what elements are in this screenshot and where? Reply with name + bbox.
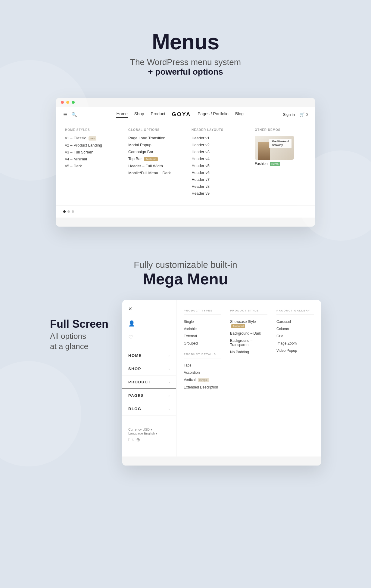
fs-item-grouped[interactable]: Grouped xyxy=(184,341,221,345)
fs-col-product-style-title: PRODUCT STYLE xyxy=(230,309,267,315)
social-links: f t ◎ xyxy=(128,437,170,442)
mega-item-header-full-width[interactable]: Header – Full Width xyxy=(128,164,179,168)
mega-item-header-v7[interactable]: Header v7 xyxy=(192,177,243,182)
mega-item-page-load[interactable]: Page Load Transition xyxy=(128,136,179,140)
mega-item-campaign-bar[interactable]: Campaign Bar xyxy=(128,150,179,154)
fs-item-image-zoom[interactable]: Image Zoom xyxy=(276,341,314,345)
twitter-icon[interactable]: t xyxy=(132,437,134,442)
fs-item-single[interactable]: Single xyxy=(184,320,221,324)
fs-menu-blog[interactable]: BLOG › xyxy=(122,402,176,416)
section2-subtitle: Fully customizable built-in xyxy=(0,260,371,270)
nav-right: Sign in 🛒 0 xyxy=(283,112,308,117)
fs-col-product-style: PRODUCT STYLE Showcase Style Featured Ba… xyxy=(230,309,267,447)
fs-item-bg-dark[interactable]: Background – Dark xyxy=(230,331,267,336)
cart-icon[interactable]: 🛒 0 xyxy=(300,112,308,117)
fullscreen-label: Full Screen All options at a glance xyxy=(50,300,110,351)
mega-item-header-v8[interactable]: Header v8 xyxy=(192,184,243,189)
mega-item-mobile-full-menu[interactable]: Mobile/Full Menu – Dark xyxy=(128,171,179,175)
fs-menu-shop-label: SHOP xyxy=(128,367,141,371)
nav-bar: ☰ 🔍 Home Shop Product GOYA Pages / Portf… xyxy=(56,107,315,122)
fs-item-external[interactable]: External xyxy=(184,334,221,338)
arrow-right-icon: › xyxy=(169,367,170,371)
fs-bottom-bar xyxy=(122,456,321,466)
fs-menu-pages[interactable]: PAGES › xyxy=(122,389,176,402)
mega-col-global-options: GLOBAL OPTIONS Page Load Transition Moda… xyxy=(128,128,179,198)
browser-bar xyxy=(56,98,315,107)
fullscreen-section: Full Screen All options at a glance ✕ 👤 … xyxy=(50,300,321,484)
fs-item-tabs[interactable]: Tabs xyxy=(184,363,221,367)
fs-menu-home[interactable]: HOME › xyxy=(122,349,176,362)
nav-link-blog[interactable]: Blog xyxy=(235,111,244,118)
section2-title: Mega Menu xyxy=(0,270,371,288)
mega-col-global-options-title: GLOBAL OPTIONS xyxy=(128,128,179,132)
nav-link-product[interactable]: Product xyxy=(151,111,165,118)
fs-sidebar: ✕ 👤 ♡ HOME › SHOP › PRODUCT xyxy=(122,300,176,456)
mega-item-header-v6[interactable]: Header v6 xyxy=(192,170,243,175)
dot-1[interactable] xyxy=(63,210,66,213)
page-title: Menus xyxy=(0,30,371,54)
dot-2[interactable] xyxy=(67,210,70,213)
fullscreen-nav: ✕ 👤 ♡ HOME › SHOP › PRODUCT xyxy=(122,300,321,456)
nav-link-shop[interactable]: Shop xyxy=(134,111,144,118)
fs-menu-home-label: HOME xyxy=(128,353,142,358)
fs-item-no-padding[interactable]: No Padding xyxy=(230,350,267,354)
language-label: Language English ▾ xyxy=(128,432,157,435)
fullscreen-description: All options at a glance xyxy=(50,331,110,352)
mega-item-v5-dark[interactable]: v5 – Dark xyxy=(65,164,116,168)
mega-item-top-bar[interactable]: Top Bar Featured xyxy=(128,156,179,161)
fs-menu-pages-label: PAGES xyxy=(128,393,144,398)
heart-icon[interactable]: ♡ xyxy=(122,330,176,344)
badge-demo: Demo xyxy=(270,162,280,166)
currency-label: Currency USD ▾ xyxy=(128,428,152,431)
mega-item-header-v2[interactable]: Header v2 xyxy=(192,143,243,147)
mega-col-header-layouts-title: HEADER LAYOUTS xyxy=(192,128,243,132)
thumbnail-label: The WeekendGetaway xyxy=(269,139,292,148)
dot-3[interactable] xyxy=(72,210,74,213)
fs-item-vertical[interactable]: Vertical Simple xyxy=(184,378,221,382)
nav-link-home[interactable]: Home xyxy=(116,111,127,118)
instagram-icon[interactable]: ◎ xyxy=(136,437,140,442)
nav-link-pages[interactable]: Pages / Portfolio xyxy=(198,111,229,118)
facebook-icon[interactable]: f xyxy=(128,437,129,442)
badge-simple: Simple xyxy=(198,378,209,382)
fs-item-accordion[interactable]: Accordion xyxy=(184,370,221,375)
mega-item-header-v9[interactable]: Header v9 xyxy=(192,191,243,196)
mega-item-modal-popup[interactable]: Modal Popup xyxy=(128,143,179,147)
mega-item-header-v4[interactable]: Header v4 xyxy=(192,156,243,161)
fs-item-carousel[interactable]: Carousel xyxy=(276,320,314,324)
fs-item-video-popup[interactable]: Video Popup xyxy=(276,348,314,353)
fs-menu-product[interactable]: PRODUCT › xyxy=(122,376,176,389)
fs-item-column[interactable]: Column xyxy=(276,327,314,331)
fs-item-extended-desc[interactable]: Extended Description xyxy=(184,385,221,389)
fs-content-area: PRODUCT TYPES Single Variable External G… xyxy=(176,300,321,456)
fs-menu-product-label: PRODUCT xyxy=(128,380,151,384)
mega-item-header-v5[interactable]: Header v5 xyxy=(192,163,243,168)
arrow-right-icon: › xyxy=(169,354,170,357)
fs-item-grid[interactable]: Grid xyxy=(276,334,314,338)
arrow-right-icon: › xyxy=(169,407,170,411)
fs-item-variable[interactable]: Variable xyxy=(184,327,221,331)
fs-col-product-gallery: PRODUCT GALLERY Carousel Column Grid Ima… xyxy=(276,309,314,447)
fs-menu-shop[interactable]: SHOP › xyxy=(122,362,176,376)
badge-featured-showcase: Featured xyxy=(231,324,245,328)
browser-bottom-bar xyxy=(56,218,315,227)
mega-item-header-v1[interactable]: Header v1 xyxy=(192,136,243,140)
user-icon[interactable]: 👤 xyxy=(122,317,176,330)
arrow-right-icon: › xyxy=(169,380,170,384)
nav-links: Home Shop Product GOYA Pages / Portfolio… xyxy=(83,111,277,118)
fs-menu-blog-label: BLOG xyxy=(128,407,142,411)
fashion-label[interactable]: Fashion Demo xyxy=(255,162,306,166)
mega-col-header-layouts: HEADER LAYOUTS Header v1 Header v2 Heade… xyxy=(192,128,243,198)
close-icon[interactable]: ✕ xyxy=(122,306,176,317)
sign-in-link[interactable]: Sign in xyxy=(283,112,295,117)
mega-item-header-v3[interactable]: Header v3 xyxy=(192,150,243,154)
pagination-dots xyxy=(56,206,315,218)
fullscreen-title: Full Screen xyxy=(50,318,110,330)
fs-item-showcase[interactable]: Showcase Style Featured xyxy=(230,320,267,328)
mega-thumbnail[interactable]: The WeekendGetaway xyxy=(255,136,294,160)
browser-mockup-1: ☰ 🔍 Home Shop Product GOYA Pages / Portf… xyxy=(56,98,315,227)
mega-menu-dropdown: HOME STYLES v1 – Classic new v2 – Produc… xyxy=(56,122,315,206)
badge-featured: Featured xyxy=(144,157,158,161)
fullscreen-mockup: ✕ 👤 ♡ HOME › SHOP › PRODUCT xyxy=(122,300,321,466)
fs-item-bg-transparent[interactable]: Background – Transparent xyxy=(230,339,267,347)
